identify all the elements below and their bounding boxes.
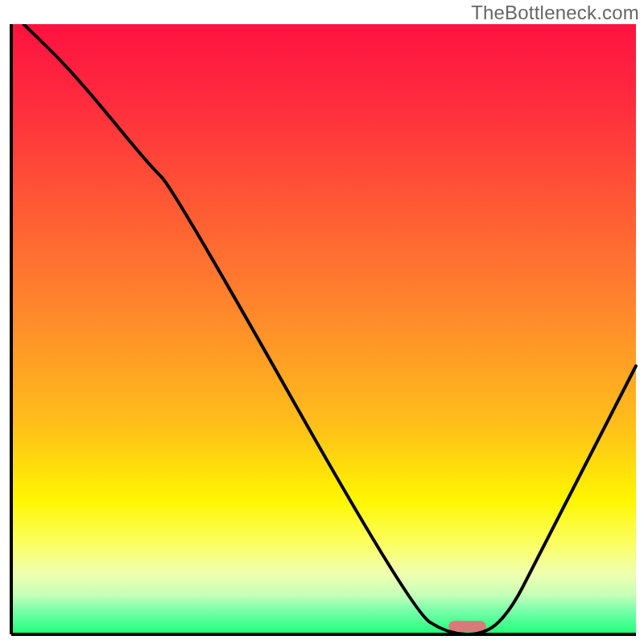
chart-area <box>0 24 644 644</box>
optimal-marker <box>448 621 486 632</box>
bottleneck-curve <box>24 24 636 634</box>
attribution-text: TheBottleneck.com <box>471 2 639 24</box>
chart-svg <box>0 24 644 644</box>
